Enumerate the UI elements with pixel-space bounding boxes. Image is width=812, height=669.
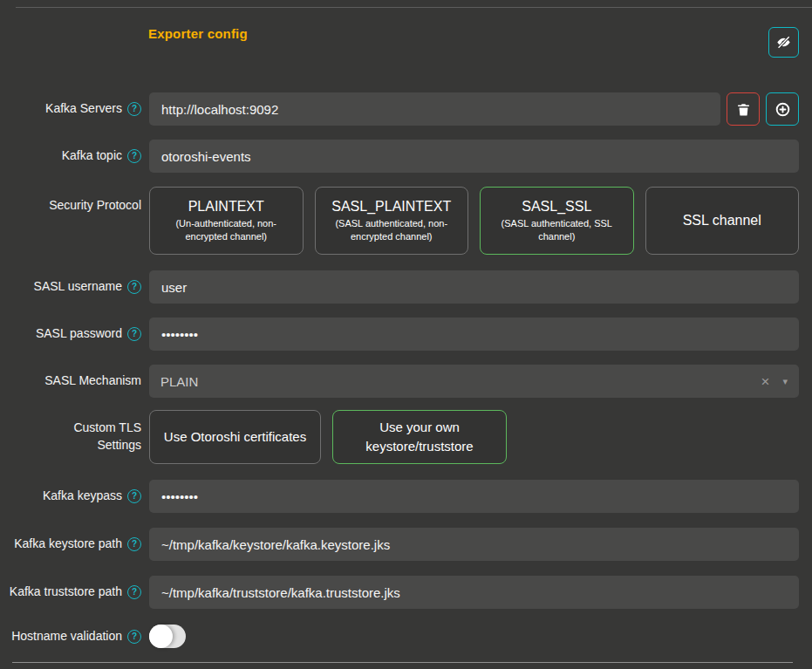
kafka-servers-label: Kafka Servers ? bbox=[0, 100, 141, 118]
field-row-kafka-keystore-path: Kafka keystore path ? bbox=[0, 528, 799, 561]
sasl-mechanism-select[interactable]: PLAIN × ▾ bbox=[149, 365, 799, 398]
security-protocol-options: PLAINTEXT (Un-authenticated, non-encrypt… bbox=[149, 187, 799, 255]
kafka-keystore-path-label: Kafka keystore path ? bbox=[0, 536, 141, 553]
help-icon[interactable]: ? bbox=[127, 630, 141, 644]
kafka-truststore-path-input[interactable] bbox=[149, 576, 799, 609]
custom-tls-option-otoroshi-certificates[interactable]: Use Otoroshi certificates bbox=[149, 410, 321, 464]
custom-tls-options: Use Otoroshi certificates Use your own k… bbox=[149, 410, 507, 464]
section-header: Exporter config bbox=[0, 8, 812, 51]
help-icon[interactable]: ? bbox=[127, 489, 141, 503]
security-protocol-option-ssl-channel[interactable]: SSL channel bbox=[645, 187, 800, 255]
sasl-username-label: SASL username ? bbox=[0, 278, 141, 296]
help-icon[interactable]: ? bbox=[127, 102, 141, 116]
field-row-kafka-truststore-path: Kafka truststore path ? bbox=[0, 576, 799, 609]
exporter-config-form: Kafka Servers ? bbox=[0, 92, 812, 648]
custom-tls-label: Custom TLS Settings bbox=[0, 420, 141, 454]
sasl-mechanism-label: SASL Mechanism bbox=[0, 372, 141, 390]
help-icon[interactable]: ? bbox=[127, 537, 141, 551]
field-row-kafka-keypass: Kafka keypass ? bbox=[0, 480, 799, 513]
field-row-kafka-topic: Kafka topic ? bbox=[0, 140, 799, 173]
field-row-security-protocol: Security Protocol PLAINTEXT (Un-authenti… bbox=[0, 187, 799, 255]
bottom-divider bbox=[12, 662, 793, 663]
security-protocol-option-plaintext[interactable]: PLAINTEXT (Un-authenticated, non-encrypt… bbox=[149, 187, 304, 255]
field-row-sasl-username: SASL username ? bbox=[0, 270, 799, 304]
hide-config-button[interactable] bbox=[768, 27, 799, 58]
help-icon[interactable]: ? bbox=[127, 585, 141, 599]
kafka-topic-label: Kafka topic ? bbox=[0, 147, 141, 165]
sasl-username-input[interactable] bbox=[149, 270, 799, 304]
field-row-sasl-password: SASL password ? bbox=[0, 317, 799, 351]
help-icon[interactable]: ? bbox=[127, 280, 141, 294]
security-protocol-option-sasl-ssl[interactable]: SASL_SSL (SASL authenticated, SSL channe… bbox=[480, 187, 634, 255]
toggle-knob bbox=[149, 625, 173, 648]
clear-icon[interactable]: × bbox=[761, 374, 770, 389]
remove-server-button[interactable] bbox=[727, 92, 760, 126]
sasl-password-input[interactable] bbox=[149, 317, 799, 351]
help-icon[interactable]: ? bbox=[127, 149, 141, 163]
help-icon[interactable]: ? bbox=[127, 327, 141, 341]
sasl-password-label: SASL password ? bbox=[0, 325, 141, 343]
caret-down-icon[interactable]: ▾ bbox=[782, 377, 788, 386]
kafka-topic-input[interactable] bbox=[149, 140, 799, 173]
kafka-keypass-label: Kafka keypass ? bbox=[0, 488, 141, 505]
hostname-validation-toggle[interactable] bbox=[149, 625, 186, 648]
sasl-mechanism-selected-value: PLAIN bbox=[160, 374, 761, 389]
plus-circle-icon bbox=[774, 101, 791, 118]
eye-slash-icon bbox=[775, 34, 792, 51]
security-protocol-option-sasl-plaintext[interactable]: SASL_PLAINTEXT (SASL authenticated, non-… bbox=[315, 187, 469, 255]
exporter-config-panel: Exporter config Kafka Servers ? bbox=[0, 7, 812, 669]
field-row-custom-tls: Custom TLS Settings Use Otoroshi certifi… bbox=[0, 410, 799, 464]
kafka-keypass-input[interactable] bbox=[149, 480, 799, 513]
field-row-sasl-mechanism: SASL Mechanism PLAIN × ▾ bbox=[0, 365, 799, 398]
custom-tls-option-own-keystore[interactable]: Use your own keystore/truststore bbox=[332, 410, 507, 464]
trash-icon bbox=[736, 102, 751, 117]
security-protocol-label: Security Protocol bbox=[0, 187, 141, 215]
kafka-truststore-path-label: Kafka truststore path ? bbox=[0, 584, 141, 601]
page-title: Exporter config bbox=[148, 26, 248, 41]
field-row-hostname-validation: Hostname validation ? bbox=[0, 625, 799, 648]
add-server-button[interactable] bbox=[766, 92, 799, 126]
kafka-servers-input[interactable] bbox=[149, 92, 720, 126]
field-row-kafka-servers: Kafka Servers ? bbox=[0, 92, 799, 126]
hostname-validation-label: Hostname validation ? bbox=[0, 628, 141, 645]
kafka-keystore-path-input[interactable] bbox=[149, 528, 799, 561]
